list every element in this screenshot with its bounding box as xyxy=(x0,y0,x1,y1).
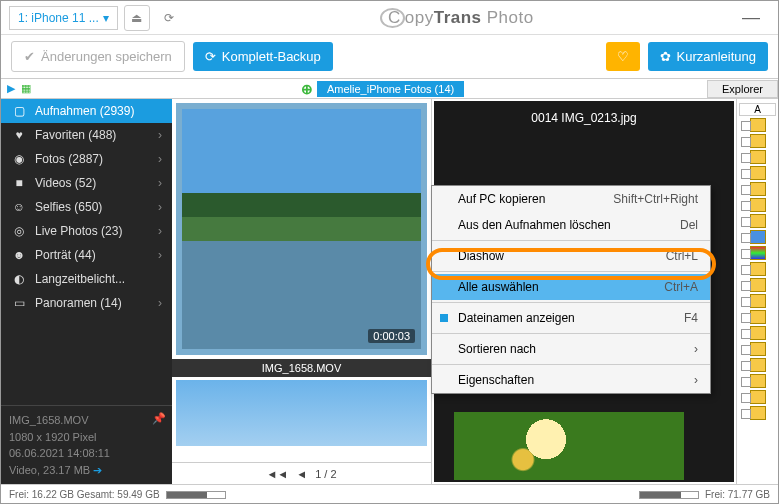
eject-icon: ⏏ xyxy=(131,11,142,25)
film-frame[interactable] xyxy=(750,278,766,292)
thumbnail-label: IMG_1658.MOV xyxy=(172,359,431,377)
film-frame[interactable] xyxy=(750,406,766,420)
ctx-separator xyxy=(432,333,710,334)
device-dropdown[interactable]: 1: iPhone 11 ... ▾ xyxy=(9,6,118,30)
sidebar-item-fotos[interactable]: ◉Fotos (2887)› xyxy=(1,147,172,171)
page-controls: ◄◄ ◄ 1 / 2 xyxy=(172,462,431,484)
chevron-right-icon: › xyxy=(158,224,162,238)
status-left: Frei: 16.22 GB Gesamt: 59.49 GB xyxy=(9,489,160,500)
film-frame[interactable] xyxy=(750,134,766,148)
minimize-button[interactable]: — xyxy=(732,7,770,28)
play-icon[interactable]: ▶ xyxy=(7,82,15,95)
film-frame[interactable] xyxy=(750,262,766,276)
check-icon: ✔ xyxy=(24,49,35,64)
film-frame[interactable] xyxy=(750,246,766,260)
context-menu: Auf PC kopierenShift+Ctrl+Right Aus den … xyxy=(431,185,711,394)
film-frame[interactable] xyxy=(750,118,766,132)
ctx-properties[interactable]: Eigenschaften› xyxy=(432,367,710,393)
preview-filename: 0014 IMG_0213.jpg xyxy=(434,101,734,135)
film-frame[interactable] xyxy=(750,182,766,196)
chevron-right-icon: › xyxy=(158,248,162,262)
device-label: 1: iPhone 11 ... xyxy=(18,11,99,25)
ctx-sort-by[interactable]: Sortieren nach› xyxy=(432,336,710,362)
panorama-icon: ▭ xyxy=(11,296,27,310)
ctx-slideshow[interactable]: DiashowCtrl+L xyxy=(432,243,710,269)
film-frame[interactable] xyxy=(750,390,766,404)
add-album-button[interactable]: ⊕ xyxy=(301,81,313,97)
sidebar: ▢Aufnahmen (2939) ♥Favoriten (488)› ◉Fot… xyxy=(1,99,172,484)
hint-button[interactable]: ♡ xyxy=(606,42,640,71)
storage-gauge-left xyxy=(166,491,226,499)
thumbnail-image: 0:00:03 xyxy=(182,109,421,349)
ctx-separator xyxy=(432,240,710,241)
thumbnail-panel: 0:00:03 IMG_1658.MOV ◄◄ ◄ 1 / 2 xyxy=(172,99,432,484)
storage-gauge-right xyxy=(639,491,699,499)
live-icon: ◎ xyxy=(11,224,27,238)
sidebar-item-langzeit[interactable]: ◐Langzeitbelicht... xyxy=(1,267,172,291)
film-frame[interactable] xyxy=(750,198,766,212)
ctx-separator xyxy=(432,364,710,365)
thumbnail-selected[interactable]: 0:00:03 xyxy=(176,103,427,355)
film-frame[interactable] xyxy=(750,214,766,228)
photo-icon: ◉ xyxy=(11,152,27,166)
ctx-separator xyxy=(432,302,710,303)
chevron-right-icon: › xyxy=(158,152,162,166)
sidebar-item-panoramen[interactable]: ▭Panoramen (14)› xyxy=(1,291,172,315)
ctx-select-all[interactable]: Alle auswählenCtrl+A xyxy=(432,274,710,300)
film-frame[interactable] xyxy=(750,374,766,388)
film-frame[interactable] xyxy=(750,294,766,308)
duration-badge: 0:00:03 xyxy=(368,329,415,343)
save-changes-button[interactable]: ✔ Änderungen speichern xyxy=(11,41,185,72)
album-tab[interactable]: Amelie_iPhone Fotos (14) xyxy=(317,81,464,97)
thumbnail-next[interactable] xyxy=(176,380,427,446)
sidebar-item-livephotos[interactable]: ◎Live Photos (23)› xyxy=(1,219,172,243)
backup-button[interactable]: ⟳ Komplett-Backup xyxy=(193,42,333,71)
filmstrip-header: A xyxy=(739,103,776,116)
ctx-copy-to-pc[interactable]: Auf PC kopierenShift+Ctrl+Right xyxy=(432,186,710,212)
film-frame[interactable] xyxy=(750,342,766,356)
selfie-icon: ☺ xyxy=(11,200,27,214)
chevron-down-icon: ▾ xyxy=(103,11,109,25)
toolbar: ✔ Änderungen speichern ⟳ Komplett-Backup… xyxy=(1,35,778,79)
film-frame[interactable] xyxy=(750,326,766,340)
explorer-tab[interactable]: Explorer xyxy=(707,80,778,98)
save-label: Änderungen speichern xyxy=(41,49,172,64)
film-frame[interactable] xyxy=(750,310,766,324)
chevron-right-icon: › xyxy=(694,373,698,387)
guide-label: Kurzanleitung xyxy=(677,49,757,64)
guide-button[interactable]: ✿ Kurzanleitung xyxy=(648,42,769,71)
video-icon: ■ xyxy=(11,176,27,190)
camera-icon: ▢ xyxy=(11,104,27,118)
page-indicator: 1 / 2 xyxy=(315,468,336,480)
sidebar-item-selfies[interactable]: ☺Selfies (650)› xyxy=(1,195,172,219)
ctx-delete[interactable]: Aus den Aufnahmen löschenDel xyxy=(432,212,710,238)
grid-icon[interactable]: ▦ xyxy=(21,82,31,95)
explorer-filmstrip: A xyxy=(736,99,778,484)
refresh-icon: ⟳ xyxy=(205,49,216,64)
ctx-show-filenames[interactable]: Dateinamen anzeigenF4 xyxy=(432,305,710,331)
refresh-button[interactable]: ⟳ xyxy=(156,5,182,31)
eject-button[interactable]: ⏏ xyxy=(124,5,150,31)
status-right: Frei: 71.77 GB xyxy=(705,489,770,500)
chevron-right-icon: › xyxy=(158,128,162,142)
preview-thumbnail[interactable] xyxy=(454,412,684,480)
pin-icon[interactable]: 📌 xyxy=(152,410,166,427)
page-first-button[interactable]: ◄◄ xyxy=(266,468,288,480)
sidebar-item-favoriten[interactable]: ♥Favoriten (488)› xyxy=(1,123,172,147)
icon-row: ▶ ▦ ⊕ Amelie_iPhone Fotos (14) Explorer xyxy=(1,79,778,99)
file-metadata: 📌 IMG_1658.MOV 1080 x 1920 Pixel 06.06.2… xyxy=(1,405,172,484)
sidebar-item-videos[interactable]: ■Videos (52)› xyxy=(1,171,172,195)
film-frame[interactable] xyxy=(750,358,766,372)
bulb-icon: ♡ xyxy=(617,49,629,64)
sidebar-item-aufnahmen[interactable]: ▢Aufnahmen (2939) xyxy=(1,99,172,123)
status-bar: Frei: 16.22 GB Gesamt: 59.49 GB Frei: 71… xyxy=(1,484,778,504)
page-prev-button[interactable]: ◄ xyxy=(296,468,307,480)
gear-icon: ✿ xyxy=(660,49,671,64)
film-frame[interactable] xyxy=(750,230,766,244)
film-frame[interactable] xyxy=(750,150,766,164)
sidebar-item-portrait[interactable]: ☻Porträt (44)› xyxy=(1,243,172,267)
portrait-icon: ☻ xyxy=(11,248,27,262)
film-frame[interactable] xyxy=(750,166,766,180)
check-icon xyxy=(440,314,448,322)
chevron-right-icon: › xyxy=(694,342,698,356)
